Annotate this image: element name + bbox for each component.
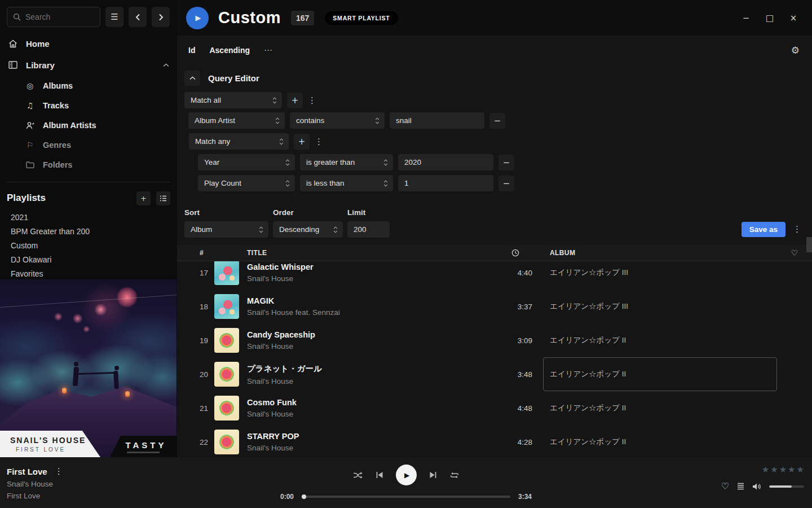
table-row[interactable]: 19 Candy Spaceship Snail's House 3:09 エイ… bbox=[177, 323, 812, 357]
search-input[interactable] bbox=[25, 12, 87, 21]
window-close-button[interactable]: × bbox=[782, 9, 805, 27]
column-header-number[interactable]: # bbox=[177, 249, 214, 257]
column-header-duration[interactable] bbox=[504, 249, 543, 257]
search-box[interactable] bbox=[7, 7, 100, 27]
table-row[interactable]: 17 Galactic Whisper Snail's House 4:40 エ… bbox=[177, 261, 812, 290]
gear-icon[interactable]: ⚙ bbox=[791, 45, 800, 56]
now-playing-artist[interactable]: Snail's House bbox=[7, 480, 63, 488]
window-maximize-button[interactable]: □ bbox=[758, 9, 782, 27]
match-type-select[interactable]: Match all bbox=[184, 92, 282, 108]
save-menu-button[interactable]: ⋮ bbox=[793, 224, 801, 234]
remove-rule-button[interactable]: − bbox=[489, 113, 505, 129]
next-track-button[interactable] bbox=[429, 471, 437, 479]
nav-forward-button[interactable] bbox=[152, 7, 170, 27]
star-icon[interactable]: ★ bbox=[797, 465, 804, 475]
playlist-item[interactable]: DJ Okawari bbox=[0, 253, 177, 267]
seek-bar[interactable] bbox=[302, 496, 510, 498]
sort-order-button[interactable]: Ascending bbox=[209, 46, 250, 55]
track-album-cell-focused[interactable]: エイリアン☆ポップ II bbox=[543, 357, 777, 391]
add-rule-button[interactable]: + bbox=[294, 134, 310, 150]
sort-field-button[interactable]: Id bbox=[188, 46, 195, 55]
track-album-cell[interactable]: エイリアン☆ポップ III bbox=[543, 261, 777, 290]
now-playing-album[interactable]: First Love bbox=[7, 492, 63, 500]
track-album-cell[interactable]: エイリアン☆ポップ III bbox=[543, 290, 777, 323]
track-album-cell[interactable]: エイリアン☆ポップ II bbox=[543, 425, 777, 459]
track-duration: 4:40 bbox=[518, 269, 532, 277]
rule-value-input[interactable]: snail bbox=[390, 112, 484, 129]
track-album-cell[interactable]: エイリアン☆ポップ II bbox=[543, 391, 777, 425]
queue-button[interactable] bbox=[737, 483, 744, 490]
column-header-album[interactable]: ALBUM bbox=[543, 248, 777, 257]
star-icon[interactable]: ★ bbox=[788, 465, 795, 475]
nav-back-button[interactable] bbox=[129, 7, 147, 27]
track-cover-art bbox=[214, 430, 239, 454]
scrollbar-thumb[interactable] bbox=[806, 237, 812, 252]
play-button[interactable]: ▶ bbox=[396, 465, 417, 485]
remove-rule-button[interactable]: − bbox=[498, 155, 514, 170]
collapse-query-editor-button[interactable] bbox=[184, 71, 200, 86]
sidebar-item-tracks[interactable]: ♫ Tracks bbox=[0, 95, 177, 115]
rule-operator-select[interactable]: contains bbox=[290, 112, 385, 129]
rule-operator-select[interactable]: is less than bbox=[300, 175, 393, 191]
volume-icon[interactable] bbox=[752, 483, 761, 491]
star-icon[interactable]: ★ bbox=[762, 465, 769, 475]
add-rule-button[interactable]: + bbox=[287, 93, 303, 108]
sidebar-item-label: Tracks bbox=[43, 101, 69, 110]
rule-value-input[interactable]: 2020 bbox=[398, 154, 493, 170]
rule-operator-select[interactable]: is greater than bbox=[300, 154, 393, 170]
sort-select[interactable]: Album bbox=[184, 221, 268, 238]
sidebar-item-albums[interactable]: ◎ Albums bbox=[0, 76, 177, 95]
save-as-button[interactable]: Save as bbox=[742, 222, 785, 237]
playlist-item[interactable]: BPM Greater than 200 bbox=[0, 225, 177, 239]
limit-input[interactable]: 200 bbox=[347, 221, 390, 238]
playlist-options-button[interactable] bbox=[156, 191, 170, 205]
window-minimize-button[interactable]: − bbox=[734, 9, 758, 27]
playlist-item[interactable]: Custom bbox=[0, 239, 177, 253]
track-title: STARRY POP bbox=[247, 432, 504, 441]
remove-rule-button[interactable]: − bbox=[498, 176, 514, 191]
menu-button[interactable]: ☰ bbox=[105, 7, 123, 27]
table-row[interactable]: 20 プラネット・ガール Snail's House 3:48 エイリアン☆ポッ… bbox=[177, 357, 812, 391]
group-menu-button[interactable]: ⋮ bbox=[315, 137, 323, 147]
select-chevrons-icon bbox=[275, 117, 280, 125]
order-select[interactable]: Descending bbox=[273, 221, 343, 238]
subgroup-match-type-select[interactable]: Match any bbox=[189, 133, 289, 150]
track-album-cell[interactable]: エイリアン☆ポップ II bbox=[543, 323, 777, 357]
minus-icon: − bbox=[494, 116, 501, 126]
rating-stars[interactable]: ★ ★ ★ ★ ★ bbox=[762, 465, 804, 475]
table-row[interactable]: 18 MAGIK Snail's House feat. Sennzai 3:3… bbox=[177, 290, 812, 323]
sidebar-item-home[interactable]: Home bbox=[0, 33, 177, 54]
rule-field-select[interactable]: Year bbox=[198, 154, 295, 170]
sidebar-item-library[interactable]: Library bbox=[0, 54, 177, 76]
play-playlist-button[interactable]: ▶ bbox=[186, 7, 209, 29]
favorite-button[interactable]: ♡ bbox=[721, 481, 729, 492]
more-options-button[interactable]: ⋯ bbox=[264, 45, 272, 55]
seek-handle[interactable] bbox=[302, 494, 306, 499]
now-playing-title[interactable]: First Love bbox=[7, 467, 47, 476]
sidebar-item-album-artists[interactable]: Album Artists bbox=[0, 115, 177, 135]
repeat-button[interactable] bbox=[449, 471, 460, 479]
sidebar-item-label: Album Artists bbox=[43, 121, 96, 130]
query-editor: Query Editor Match all + ⋮ Album Artist … bbox=[177, 71, 812, 191]
rule-value-input[interactable]: 1 bbox=[398, 175, 493, 191]
column-header-title[interactable]: TITLE bbox=[247, 249, 504, 257]
sidebar-item-folders[interactable]: Folders bbox=[0, 155, 177, 174]
track-artist: Snail's House bbox=[247, 410, 504, 418]
table-row[interactable]: 22 STARRY POP Snail's House 4:28 エイリアン☆ポ… bbox=[177, 425, 812, 459]
now-playing-menu-button[interactable]: ⋮ bbox=[55, 466, 63, 476]
playlist-item[interactable]: 2021 bbox=[0, 211, 177, 225]
table-row[interactable]: 21 Cosmo Funk Snail's House 4:48 エイリアン☆ポ… bbox=[177, 391, 812, 425]
star-icon[interactable]: ★ bbox=[770, 465, 778, 475]
add-playlist-button[interactable]: + bbox=[136, 191, 151, 205]
chevron-up-icon[interactable] bbox=[163, 63, 169, 67]
select-chevrons-icon bbox=[259, 226, 263, 234]
group-menu-button[interactable]: ⋮ bbox=[308, 95, 316, 106]
rule-field-select[interactable]: Album Artist bbox=[188, 112, 285, 129]
star-icon[interactable]: ★ bbox=[779, 465, 787, 475]
track-duration: 3:48 bbox=[518, 370, 532, 379]
previous-track-button[interactable] bbox=[376, 471, 383, 479]
sidebar-item-genres[interactable]: ⚐ Genres bbox=[0, 135, 177, 155]
shuffle-button[interactable] bbox=[353, 471, 363, 479]
volume-slider[interactable] bbox=[769, 485, 804, 488]
rule-field-select[interactable]: Play Count bbox=[198, 175, 295, 191]
